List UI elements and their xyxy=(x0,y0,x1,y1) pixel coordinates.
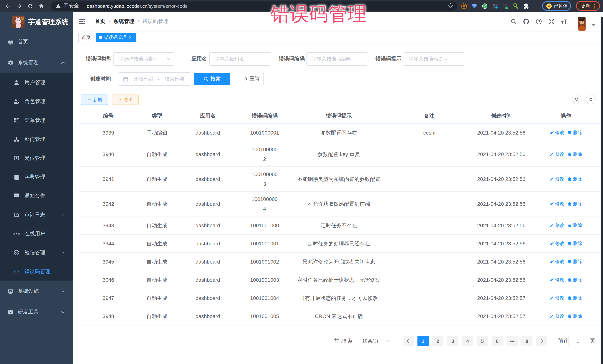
sidebar-item-message[interactable]: 通知公告 xyxy=(0,187,73,205)
delete-link[interactable]: 删除 xyxy=(567,293,582,303)
delete-link[interactable]: 删除 xyxy=(567,199,582,209)
date-range-picker[interactable]: 开始日期 - 结束日期 xyxy=(118,72,191,86)
next-page-button[interactable] xyxy=(536,336,547,346)
page-button-8[interactable]: 8 xyxy=(521,336,533,346)
font-size-icon[interactable] xyxy=(561,18,567,25)
prev-page-button[interactable] xyxy=(403,336,414,346)
goto-page-input[interactable]: 1 xyxy=(568,336,587,346)
app-input[interactable]: 请输入应用名 xyxy=(209,52,271,66)
browser-forward-icon[interactable] xyxy=(16,3,22,9)
sidebar-item-user[interactable]: 用户管理 xyxy=(0,73,73,92)
delete-link[interactable]: 删除 xyxy=(567,311,582,321)
sidebar-item-tool[interactable]: 研发工具 xyxy=(0,302,73,322)
toggle-search-button[interactable] xyxy=(572,95,581,104)
edit-link[interactable]: 修改 xyxy=(550,199,564,209)
address-bar[interactable]: 不安全 dashboard.yudao.iocoder.cn/system/er… xyxy=(51,1,457,11)
sidebar-item-code[interactable]: 错误码管理 xyxy=(0,262,73,281)
edit-link[interactable]: 修改 xyxy=(550,275,564,285)
refresh-table-button[interactable] xyxy=(586,95,596,104)
delete-link[interactable]: 删除 xyxy=(567,174,582,184)
edit-link[interactable]: 修改 xyxy=(550,257,564,266)
edit-link[interactable]: 修改 xyxy=(550,220,564,230)
edit-icon xyxy=(550,130,554,135)
sidebar-logo[interactable]: 芋道管理系统 xyxy=(0,12,73,32)
reset-button[interactable]: 重置 xyxy=(239,73,264,85)
extension-key-icon[interactable] xyxy=(513,3,519,9)
scrollbar-thumb[interactable] xyxy=(601,17,603,364)
sidebar-item-form[interactable]: 审计日志 xyxy=(0,205,73,224)
page-button-3[interactable]: 3 xyxy=(447,336,458,346)
hamburger-icon[interactable] xyxy=(78,18,86,25)
page-button-6[interactable]: 6 xyxy=(492,336,503,346)
row-type: 自动生成 xyxy=(138,253,176,271)
delete-link[interactable]: 删除 xyxy=(567,149,582,159)
delete-link[interactable]: 删除 xyxy=(567,239,582,248)
sidebar-item-dashboard[interactable]: 首页 xyxy=(0,32,73,52)
search-button[interactable]: 搜索 xyxy=(194,73,230,85)
sidebar-item-dict[interactable]: 字典管理 xyxy=(0,167,73,187)
user-avatar[interactable] xyxy=(573,12,596,31)
header-search-icon[interactable] xyxy=(510,18,517,25)
tag-error-code[interactable]: 错误码管理 xyxy=(96,33,136,42)
code-input[interactable]: 请输入错误码编码 xyxy=(306,52,368,66)
sidebar-item-post[interactable]: 岗位管理 xyxy=(0,149,73,167)
export-button[interactable]: 导出 xyxy=(112,95,139,105)
row-actions: 修改删除 xyxy=(532,216,600,234)
pager-ellipsis[interactable]: ••• xyxy=(507,336,518,346)
row-actions: 修改删除 xyxy=(532,124,600,142)
msg-input[interactable]: 请输入错误码提示 xyxy=(403,52,465,66)
browser-reload-icon[interactable] xyxy=(27,3,33,9)
sidebar-item-gear[interactable]: 系统管理 xyxy=(0,52,73,73)
date-start-input[interactable]: 开始日期 xyxy=(130,76,157,82)
paused-extension-pill[interactable]: 已暂停 xyxy=(542,1,571,11)
delete-link[interactable]: 删除 xyxy=(567,257,582,266)
github-icon[interactable] xyxy=(523,18,530,25)
docs-help-icon[interactable] xyxy=(535,18,542,25)
extensions-puzzle-icon[interactable] xyxy=(523,3,530,9)
extension-gem-icon[interactable] xyxy=(471,3,477,9)
edit-link[interactable]: 修改 xyxy=(550,149,564,159)
extension-grid-icon[interactable] xyxy=(492,3,498,9)
extension-switchyomega-icon[interactable]: on xyxy=(502,3,509,9)
page-button-2[interactable]: 2 xyxy=(432,336,443,346)
update-browser-pill[interactable]: 更新 xyxy=(576,1,600,11)
page-button-1[interactable]: 1 xyxy=(417,336,429,346)
tag-home[interactable]: 首页 xyxy=(78,33,94,42)
edit-link[interactable]: 修改 xyxy=(550,174,564,184)
edit-link[interactable]: 修改 xyxy=(550,239,564,248)
edit-link[interactable]: 修改 xyxy=(550,293,564,303)
edit-link[interactable]: 修改 xyxy=(550,311,564,321)
breadcrumb-home[interactable]: 首页 xyxy=(95,18,105,25)
tag-close-icon[interactable] xyxy=(128,35,133,40)
delete-link[interactable]: 删除 xyxy=(567,220,582,230)
row-type: 手动编辑 xyxy=(138,124,176,142)
browser-home-icon[interactable] xyxy=(38,3,45,9)
browser-scrollbar[interactable] xyxy=(600,12,603,364)
breadcrumb-system[interactable]: 系统管理 xyxy=(114,18,134,25)
sidebar-item-treetable[interactable]: 菜单管理 xyxy=(0,111,73,130)
bookmark-star-icon[interactable] xyxy=(448,3,453,9)
edit-link[interactable]: 修改 xyxy=(550,128,564,137)
row-message: 参数配置 key 重复 xyxy=(290,142,388,167)
browser-menu-icon[interactable] xyxy=(594,3,595,8)
browser-back-icon[interactable] xyxy=(5,3,11,9)
page-button-5[interactable]: 5 xyxy=(477,336,488,346)
type-select[interactable]: 请选择错误码类型 xyxy=(113,52,174,66)
sidebar-item-tree[interactable]: 部门管理 xyxy=(0,130,73,149)
sidebar-item-validcode[interactable]: 短信管理 xyxy=(0,243,73,262)
page-size-select[interactable]: 10条/页 xyxy=(357,336,394,346)
fullscreen-icon[interactable] xyxy=(548,18,555,25)
row-actions: 修改删除 xyxy=(532,253,600,271)
table-row: 3941自动生成dashboard1001000003不能删除类型为系统内置的参… xyxy=(79,167,600,191)
extension-orange-icon[interactable] xyxy=(461,3,467,9)
page-button-4[interactable]: 4 xyxy=(462,336,473,346)
sidebar-item-skill[interactable]: 基础设施 xyxy=(0,281,73,302)
sidebar-item-online[interactable]: 在线用户 xyxy=(0,224,73,243)
extension-green-circle-icon[interactable] xyxy=(482,3,488,9)
delete-link[interactable]: 删除 xyxy=(567,275,582,285)
row-app: dashboard xyxy=(176,307,240,325)
sidebar-item-peoples[interactable]: 角色管理 xyxy=(0,92,73,111)
date-end-input[interactable]: 结束日期 xyxy=(161,76,188,82)
add-button[interactable]: 新增 xyxy=(81,95,108,105)
delete-link[interactable]: 删除 xyxy=(567,128,582,137)
